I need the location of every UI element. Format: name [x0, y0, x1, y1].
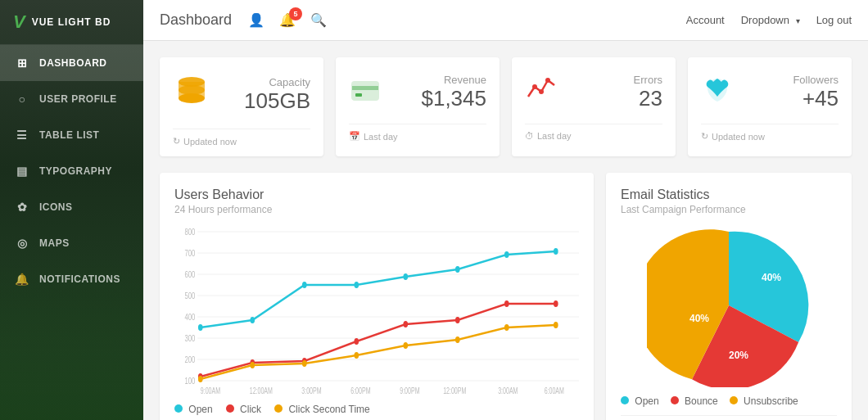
- refresh-icon: ↻: [173, 136, 180, 147]
- legend-click: Click: [226, 404, 261, 415]
- sidebar-item-icons[interactable]: ✿ ICONS: [0, 189, 143, 225]
- sidebar-nav: ⊞ DASHBOARD ○ USER PROFILE ☰ TABLE LIST …: [0, 45, 143, 420]
- users-behavior-title: Users Behavior: [174, 187, 579, 202]
- legend-bounce: Bounce: [671, 395, 718, 407]
- svg-text:20%: 20%: [729, 350, 748, 361]
- svg-point-53: [302, 360, 307, 367]
- errors-footer: ⏱ Last day: [525, 124, 662, 141]
- sidebar-label-typography: TYPOGRAPHY: [39, 165, 112, 177]
- svg-text:400: 400: [184, 312, 195, 323]
- errors-icon: [525, 72, 558, 112]
- svg-rect-6: [352, 86, 378, 90]
- sidebar-item-typography[interactable]: ▤ TYPOGRAPHY: [0, 153, 143, 189]
- maps-icon: ◎: [13, 234, 31, 252]
- revenue-label: Revenue: [421, 74, 486, 86]
- stat-card-followers: Followers +45 ↻ Updated now: [688, 57, 852, 156]
- email-stats-title: Email Statistics: [621, 187, 837, 202]
- svg-point-8: [532, 84, 537, 89]
- open-dot: [174, 404, 183, 413]
- notifications-bell-btn[interactable]: 🔔 5: [276, 9, 299, 31]
- svg-text:500: 500: [184, 291, 195, 301]
- header-icons: 👤 🔔 5 🔍: [245, 9, 330, 31]
- email-stats-footer: ⏱ Campaign sent 2 days ago: [621, 415, 837, 420]
- revenue-icon: [349, 72, 382, 112]
- stat-cards: Capacity 105GB ↻ Updated now: [160, 57, 852, 156]
- svg-point-4: [179, 93, 205, 103]
- avatar-icon-btn[interactable]: 👤: [245, 9, 268, 31]
- followers-value: +45: [793, 86, 839, 111]
- legend-open: Open: [174, 404, 213, 415]
- legend-click2: Click Second Time: [274, 404, 370, 415]
- svg-point-9: [539, 89, 544, 94]
- user-profile-icon: ○: [13, 90, 31, 108]
- sidebar-item-table-list[interactable]: ☰ TABLE LIST: [0, 117, 143, 153]
- svg-point-41: [504, 251, 509, 258]
- sidebar-item-dashboard[interactable]: ⊞ DASHBOARD: [0, 45, 143, 81]
- svg-point-37: [302, 282, 307, 288]
- capacity-label: Capacity: [244, 76, 310, 88]
- svg-text:9:00AM: 9:00AM: [201, 386, 220, 395]
- bounce-dot: [671, 396, 679, 404]
- charts-row: Users Behavior 24 Hours performance: [160, 173, 852, 420]
- svg-rect-5: [352, 82, 378, 100]
- svg-point-54: [354, 352, 359, 359]
- svg-point-55: [403, 342, 408, 349]
- dropdown-link[interactable]: Dropdown ▾: [741, 14, 800, 26]
- svg-point-48: [455, 317, 460, 323]
- dashboard-icon: ⊞: [13, 54, 31, 72]
- revenue-value: $1,345: [421, 86, 486, 111]
- errors-label: Errors: [634, 74, 662, 86]
- main-area: Dashboard 👤 🔔 5 🔍 Account Dropdown ▾ Log…: [143, 0, 868, 420]
- sidebar-item-notifications[interactable]: 🔔 NOTIFICATIONS: [0, 261, 143, 297]
- svg-text:6:00AM: 6:00AM: [545, 386, 564, 395]
- email-stats-card: Email Statistics Last Campaign Performan…: [606, 173, 852, 420]
- svg-text:3:00AM: 3:00AM: [498, 386, 518, 395]
- search-btn[interactable]: 🔍: [307, 9, 330, 31]
- typography-icon: ▤: [13, 162, 31, 180]
- followers-label: Followers: [793, 74, 839, 86]
- users-behavior-subtitle: 24 Hours performance: [174, 204, 579, 215]
- page-title: Dashboard: [160, 11, 232, 29]
- table-list-icon: ☰: [13, 126, 31, 144]
- followers-footer: ↻ Updated now: [701, 124, 839, 142]
- dropdown-arrow-icon: ▾: [796, 16, 800, 25]
- svg-point-46: [354, 338, 359, 345]
- svg-point-36: [250, 317, 255, 323]
- sidebar-label-user-profile: USER PROFILE: [39, 93, 117, 105]
- sidebar: V VUE LIGHT BD ⊞ DASHBOARD ○ USER PROFIL…: [0, 0, 143, 420]
- app-name: VUE LIGHT BD: [32, 16, 111, 28]
- svg-text:12:00PM: 12:00PM: [443, 386, 466, 395]
- notifications-icon: 🔔: [13, 270, 31, 288]
- calendar-icon: 📅: [349, 131, 360, 142]
- revenue-footer: 📅 Last day: [349, 124, 486, 142]
- svg-point-51: [198, 376, 203, 382]
- account-link[interactable]: Account: [686, 14, 725, 26]
- svg-point-50: [554, 300, 558, 307]
- sidebar-label-table-list: TABLE LIST: [39, 129, 99, 141]
- sidebar-label-maps: MAPS: [39, 237, 70, 249]
- svg-text:40%: 40%: [689, 313, 709, 324]
- sidebar-item-maps[interactable]: ◎ MAPS: [0, 225, 143, 261]
- header-right: Account Dropdown ▾ Log out: [686, 14, 852, 26]
- content-area: Capacity 105GB ↻ Updated now: [143, 41, 868, 420]
- svg-point-47: [403, 321, 408, 327]
- svg-point-38: [354, 282, 359, 288]
- svg-text:200: 200: [184, 355, 195, 365]
- sidebar-item-user-profile[interactable]: ○ USER PROFILE: [0, 81, 143, 117]
- followers-icon: [701, 72, 734, 112]
- svg-text:800: 800: [184, 227, 195, 237]
- svg-point-39: [403, 273, 408, 280]
- sidebar-label-notifications: NOTIFICATIONS: [39, 273, 120, 285]
- logout-link[interactable]: Log out: [816, 14, 852, 26]
- svg-text:3:00PM: 3:00PM: [301, 386, 321, 395]
- pie-chart: 40% 20% 40%: [621, 224, 837, 387]
- click-dot: [226, 404, 234, 413]
- svg-text:100: 100: [184, 376, 195, 386]
- svg-text:40%: 40%: [762, 272, 781, 283]
- email-stats-subtitle: Last Campaign Performance: [621, 204, 837, 215]
- clock-icon: ⏱: [525, 131, 534, 141]
- icons-icon: ✿: [13, 198, 31, 216]
- email-open-dot: [621, 396, 629, 404]
- unsubscribe-dot: [730, 396, 738, 404]
- svg-rect-7: [355, 93, 362, 97]
